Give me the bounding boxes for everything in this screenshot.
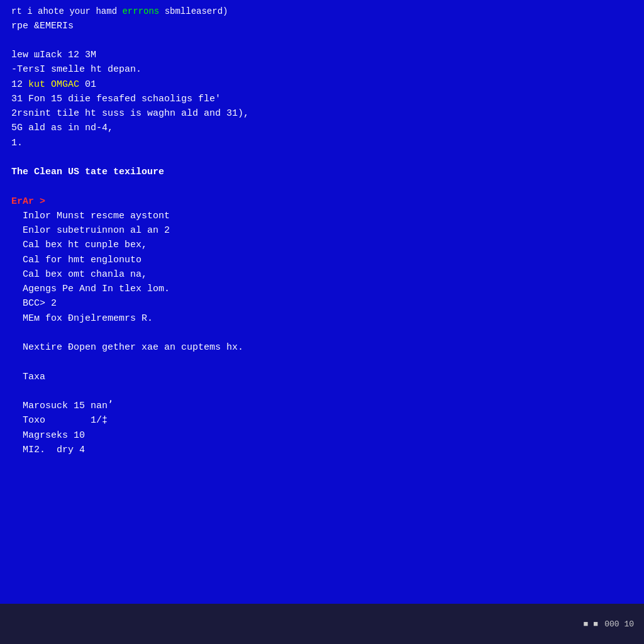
line-ters: -TersI smelle ht depan. bbox=[11, 62, 633, 77]
error-prompt: ErAr > bbox=[11, 196, 45, 207]
line-mec: MEм fox Đnjelrememrs R. bbox=[11, 311, 633, 326]
terminal-screen: rt i ahote your hamd errrons sbmlleaserd… bbox=[0, 0, 644, 604]
blank-line-5 bbox=[11, 355, 633, 369]
line-bcc: BCC> 2 bbox=[11, 296, 633, 311]
line-marosuck: Marosuck 15 nanʼ bbox=[11, 399, 633, 413]
line-clean: The Clean US tate texiloure bbox=[11, 165, 633, 179]
line-cal-bex1: Cal bex ht cunple bex, bbox=[11, 238, 633, 252]
line-1dot: 1. bbox=[11, 136, 633, 150]
line-enlor: Enlor subetruinnon al an 2 bbox=[11, 223, 633, 238]
error-prompt-line: ErAr > bbox=[11, 194, 633, 209]
line-cal-bex2: Cal bex omt chanla na, bbox=[11, 267, 633, 282]
taskbar-icon-2: ■ bbox=[593, 619, 598, 629]
blank-line-3 bbox=[11, 179, 633, 194]
line-agengs: Agengs Pe And In tlex lom. bbox=[11, 282, 633, 296]
monitor: rt i ahote your hamd errrons sbmlleaserd… bbox=[0, 0, 644, 644]
line-toxo: Toxo 1/‡ bbox=[11, 413, 633, 428]
line-taxa: Taxa bbox=[11, 370, 633, 384]
line-fon: 31 Fon 15 diie fesafed schaoligs fle' bbox=[11, 92, 633, 106]
line-inlor: Inlor Munst rescme aystont bbox=[11, 209, 633, 223]
line-kut: 12 kut OMGAC 01 bbox=[11, 77, 633, 92]
line-2rsnint: 2rsnint tile ht suss is waghn ald and 31… bbox=[11, 106, 633, 121]
line-mi2: MI2. dry 4 bbox=[11, 443, 633, 457]
taskbar-icon-area: ■ ■ bbox=[583, 619, 598, 629]
blank-line-4 bbox=[11, 326, 633, 340]
taskbar-time: 000 10 bbox=[604, 619, 634, 629]
taskbar: ■ ■ 000 10 bbox=[0, 604, 644, 644]
blank-line-6 bbox=[11, 384, 633, 399]
line-top2: rpe &EMERIs bbox=[11, 19, 633, 33]
line-top1: rt i ahote your hamd errrons sbmlleaserd… bbox=[11, 5, 633, 19]
line-magrseks: Magrseks 10 bbox=[11, 428, 633, 443]
blank-line-1 bbox=[11, 33, 633, 48]
blank-line-2 bbox=[11, 150, 633, 165]
line-cal-for: Cal for hmt englonuto bbox=[11, 253, 633, 267]
line-nextire: Nextire Đopen gether xae an cuptems hx. bbox=[11, 340, 633, 355]
taskbar-icon-1: ■ bbox=[583, 619, 588, 629]
line-5g: 5G ald as in nd-4, bbox=[11, 121, 633, 135]
line-new-stack: lew шIack 12 3M bbox=[11, 48, 633, 62]
